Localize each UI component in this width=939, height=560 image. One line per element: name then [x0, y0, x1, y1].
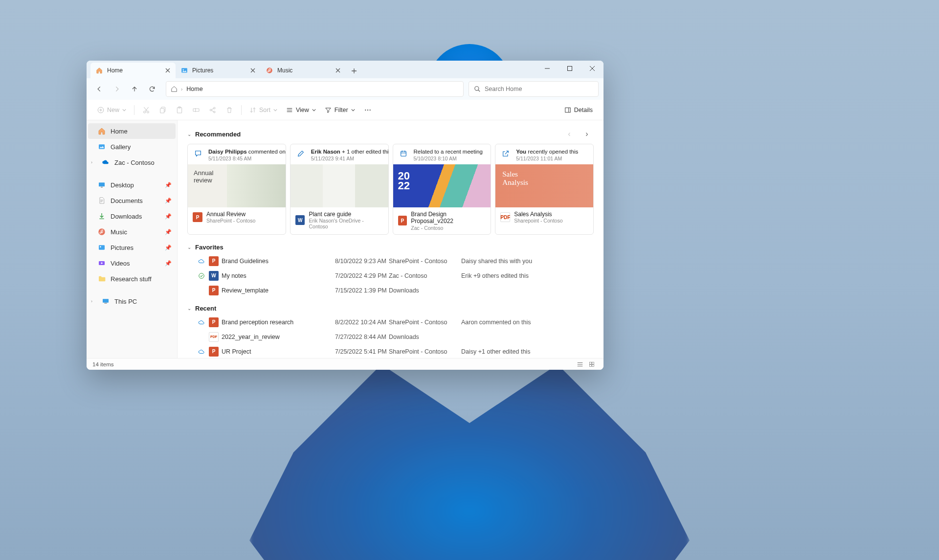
delete-button[interactable]: [222, 103, 237, 117]
sidebar-item-documents[interactable]: Documents 📌: [88, 193, 176, 208]
reco-action: You recently opened this: [516, 148, 578, 156]
reco-card[interactable]: Erik Nason + 1 other edited this 5/11/20…: [290, 144, 389, 235]
edit-icon: [295, 148, 306, 159]
svg-rect-20: [99, 144, 105, 149]
cut-button[interactable]: [138, 103, 154, 117]
svg-rect-21: [99, 182, 105, 186]
rename-button[interactable]: [188, 103, 204, 117]
sidebar-item-desktop[interactable]: Desktop 📌: [88, 177, 176, 193]
back-button[interactable]: [91, 81, 107, 97]
sidebar-item-videos[interactable]: Videos 📌: [88, 255, 176, 271]
svg-point-18: [369, 109, 370, 110]
search-input[interactable]: [485, 86, 593, 92]
file-row[interactable]: PReview_template7/15/2022 1:39 PMDownloa…: [187, 283, 594, 298]
pictures-icon: [180, 67, 188, 74]
close-icon[interactable]: [334, 67, 342, 74]
file-date: 8/10/2022 9:23 AM: [335, 258, 389, 265]
share-button[interactable]: [205, 103, 221, 117]
svg-point-1: [183, 69, 184, 70]
sidebar-item-downloads[interactable]: Downloads 📌: [88, 208, 176, 224]
file-row[interactable]: PUR Project7/25/2022 5:41 PMSharePoint -…: [187, 344, 594, 358]
close-icon[interactable]: [249, 67, 257, 74]
file-explorer-window: Home Pictures Music › Home: [87, 61, 604, 370]
reco-card[interactable]: Daisy Philipps commented on... 5/11/2023…: [187, 144, 286, 235]
reco-prev-button[interactable]: ‹: [562, 127, 576, 141]
sidebar-item-gallery[interactable]: Gallery: [88, 139, 176, 155]
file-type-icon: P: [209, 256, 222, 266]
details-button[interactable]: Details: [560, 103, 597, 117]
pin-icon: 📌: [165, 260, 172, 267]
status-icon: [198, 348, 209, 355]
folder-icon: [98, 275, 106, 283]
status-icon: [198, 272, 209, 279]
file-row[interactable]: PDF2022_year_in_review7/27/2022 8:44 AMD…: [187, 330, 594, 344]
reco-action: Erik Nason + 1 other edited this: [311, 148, 389, 156]
view-button[interactable]: View: [282, 103, 320, 117]
breadcrumb-current[interactable]: Home: [184, 86, 204, 92]
refresh-button[interactable]: [144, 81, 160, 97]
svg-rect-34: [592, 364, 594, 366]
thispc-icon: [102, 297, 110, 305]
recommended-row: Daisy Philipps commented on... 5/11/2023…: [187, 144, 594, 235]
file-location: Zac - Contoso: [389, 272, 461, 279]
tab-music[interactable]: Music: [261, 63, 346, 78]
music-icon: [98, 228, 106, 236]
new-tab-button[interactable]: [347, 64, 361, 78]
pin-icon: 📌: [165, 198, 172, 204]
svg-rect-29: [401, 151, 406, 156]
minimize-button[interactable]: [536, 61, 559, 76]
file-row[interactable]: PBrand Guidelines8/10/2022 9:23 AMShareP…: [187, 254, 594, 269]
powerpoint-icon: P: [209, 256, 219, 266]
more-button[interactable]: [360, 103, 376, 117]
close-button[interactable]: [581, 61, 604, 76]
sidebar-item-pictures[interactable]: Pictures 📌: [88, 240, 176, 255]
file-name: Brand Guidelines: [222, 258, 335, 265]
tab-home[interactable]: Home: [90, 63, 176, 78]
section-recent[interactable]: ⌄ Recent: [187, 303, 594, 315]
thumbnails-view-button[interactable]: [586, 359, 598, 369]
file-row[interactable]: WMy notes7/20/2022 4:29 PMZac - ContosoE…: [187, 269, 594, 283]
wallpaper-swirl: [249, 364, 690, 560]
close-icon[interactable]: [164, 67, 172, 74]
tab-pictures[interactable]: Pictures: [176, 63, 261, 78]
breadcrumb[interactable]: › Home: [166, 81, 464, 97]
file-location: Downloads: [389, 334, 461, 340]
status-icon: [198, 258, 209, 265]
sidebar-item-research[interactable]: Research stuff: [88, 271, 176, 287]
svg-rect-24: [99, 245, 105, 249]
reco-next-button[interactable]: ›: [580, 127, 594, 141]
desktop-icon: [98, 181, 106, 189]
tab-label: Home: [107, 67, 160, 74]
maximize-button[interactable]: [559, 61, 581, 76]
file-date: 7/20/2022 4:29 PM: [335, 272, 389, 279]
svg-point-16: [365, 109, 366, 110]
sidebar-item-home[interactable]: Home: [88, 123, 176, 139]
filter-button[interactable]: Filter: [321, 103, 359, 117]
item-count: 14 items: [92, 361, 113, 367]
copy-button[interactable]: [155, 103, 171, 117]
word-icon: W: [295, 215, 305, 225]
chevron-right-icon[interactable]: ›: [91, 160, 96, 165]
sidebar-item-onedrive[interactable]: › Zac - Contoso: [88, 155, 176, 170]
svg-rect-9: [160, 108, 164, 112]
section-favorites[interactable]: ⌄ Favorites: [187, 242, 594, 254]
up-button[interactable]: [127, 81, 142, 97]
new-button[interactable]: New: [93, 103, 130, 117]
reco-card[interactable]: You recently opened this 5/11/2023 11:01…: [495, 144, 594, 235]
forward-button[interactable]: [109, 81, 125, 97]
search-box[interactable]: [469, 81, 599, 97]
file-activity: Daisy shared this with you: [461, 258, 532, 265]
reco-card[interactable]: Related to a recent meeting 5/10/2023 8:…: [393, 144, 492, 235]
reco-thumbnail: [495, 164, 593, 207]
file-date: 7/27/2022 8:44 AM: [335, 334, 389, 340]
file-row[interactable]: PBrand perception research8/2/2022 10:24…: [187, 315, 594, 330]
pdf-icon: PDF: [209, 332, 219, 342]
paste-button[interactable]: [172, 103, 187, 117]
details-view-button[interactable]: [574, 359, 586, 369]
file-type-icon: P: [209, 286, 222, 295]
chevron-right-icon[interactable]: ›: [91, 299, 96, 304]
sort-button[interactable]: Sort: [246, 103, 281, 117]
sidebar-item-music[interactable]: Music 📌: [88, 224, 176, 240]
sidebar-item-thispc[interactable]: › This PC: [88, 293, 176, 309]
section-recommended[interactable]: ⌄ Recommended ‹ ›: [187, 125, 594, 144]
